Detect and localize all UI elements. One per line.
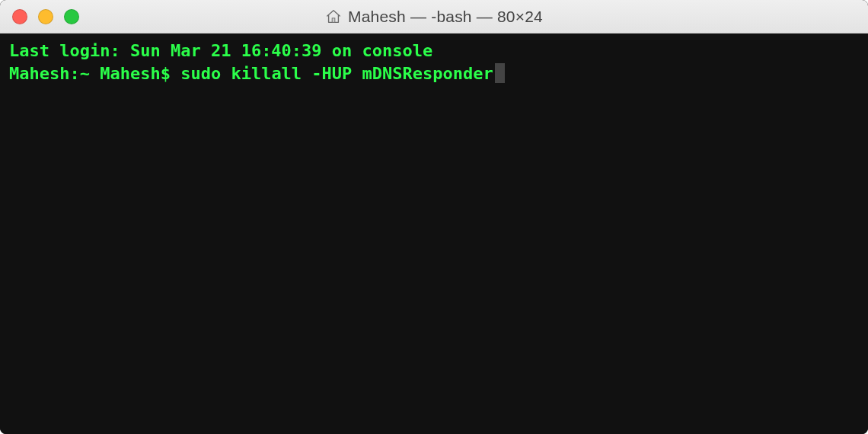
typed-command: sudo killall -HUP mDNSResponder [180,64,493,83]
maximize-button[interactable] [64,9,79,24]
svg-rect-0 [332,18,335,22]
prompt-line: Mahesh:~ Mahesh$ sudo killall -HUP mDNSR… [9,62,859,85]
terminal-content[interactable]: Last login: Sun Mar 21 16:40:39 on conso… [0,34,868,434]
shell-prompt: Mahesh:~ Mahesh$ [9,64,180,83]
home-icon [325,8,342,25]
close-button[interactable] [12,9,27,24]
minimize-button[interactable] [38,9,53,24]
cursor-icon [495,63,505,83]
window-controls [0,9,79,24]
window-title: Mahesh — -bash — 80×24 [348,8,543,26]
terminal-window: Mahesh — -bash — 80×24 Last login: Sun M… [0,0,868,434]
last-login-line: Last login: Sun Mar 21 16:40:39 on conso… [9,40,859,62]
window-titlebar: Mahesh — -bash — 80×24 [0,0,868,34]
window-title-area: Mahesh — -bash — 80×24 [0,8,868,26]
